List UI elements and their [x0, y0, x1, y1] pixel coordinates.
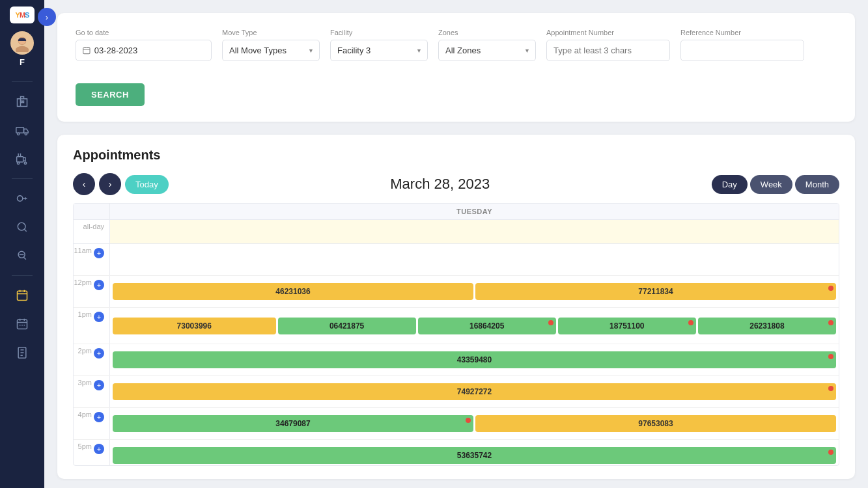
events-cell-2pm: 43359480: [110, 344, 839, 375]
calendar-date: March 28, 2023: [390, 176, 490, 193]
time-row-4pm: 4pm + 34679087 97653083: [74, 408, 839, 440]
search-panel: Go to date 03-28-2023 Move Type All Move…: [57, 13, 855, 122]
event-77211834[interactable]: 77211834: [475, 283, 836, 300]
events-cell-1pm: 73003996 06421875 16864205 18751100 2623…: [110, 308, 839, 344]
svg-point-11: [24, 162, 26, 164]
event-dot-18751100: [688, 320, 693, 325]
avatar[interactable]: [10, 31, 34, 55]
sidebar-item-calendar2[interactable]: [9, 311, 35, 337]
svg-rect-3: [18, 99, 27, 107]
event-dot-26231808: [828, 320, 833, 325]
search-fields: Go to date 03-28-2023 Move Type All Move…: [76, 29, 837, 61]
prev-button[interactable]: ‹: [73, 173, 95, 195]
goto-date-input-wrapper[interactable]: 03-28-2023: [76, 40, 212, 61]
add-event-3pm[interactable]: +: [94, 380, 104, 390]
zones-group: Zones All Zones: [438, 29, 536, 61]
svg-point-8: [25, 133, 27, 135]
appointments-section: Appointments ‹ › Today March 28, 2023 Da…: [57, 135, 855, 479]
svg-point-1: [16, 46, 29, 52]
view-day-button[interactable]: Day: [712, 175, 748, 194]
sidebar-item-key[interactable]: [9, 185, 35, 211]
events-cell-4pm: 34679087 97653083: [110, 408, 839, 439]
svg-rect-15: [18, 291, 27, 300]
facility-select-wrapper: Facility 3: [330, 40, 428, 61]
svg-rect-16: [18, 319, 27, 329]
next-button[interactable]: ›: [99, 173, 121, 195]
event-97653083[interactable]: 97653083: [475, 415, 836, 432]
add-event-1pm[interactable]: +: [94, 312, 104, 322]
events-cell-5pm: 53635742: [110, 440, 839, 465]
event-34679087[interactable]: 34679087: [113, 415, 473, 432]
svg-rect-9: [17, 157, 23, 162]
calendar-input-icon: [83, 46, 91, 55]
search-button[interactable]: SEARCH: [76, 83, 145, 106]
event-06421875[interactable]: 06421875: [278, 318, 416, 334]
event-26231808[interactable]: 26231808: [698, 318, 836, 334]
svg-point-10: [18, 162, 20, 164]
today-button[interactable]: Today: [125, 175, 169, 194]
add-event-5pm[interactable]: +: [94, 444, 104, 454]
time-row-11am: 11am +: [74, 244, 839, 276]
ref-number-input-wrapper[interactable]: [680, 40, 804, 61]
appt-number-field[interactable]: [553, 46, 663, 55]
sidebar-divider-3: [12, 275, 33, 276]
time-label-4pm: 4pm +: [74, 408, 110, 439]
sidebar: YMS F: [0, 0, 44, 488]
event-46231036[interactable]: 46231036: [113, 283, 473, 300]
ref-number-group: Reference Number: [680, 29, 804, 61]
event-18751100[interactable]: 18751100: [558, 318, 696, 334]
svg-point-13: [18, 223, 25, 230]
facility-select[interactable]: Facility 3: [330, 40, 428, 61]
move-type-select-wrapper: All Move Types: [222, 40, 320, 61]
zones-select[interactable]: All Zones: [438, 40, 536, 61]
goto-date-field[interactable]: 03-28-2023: [94, 46, 204, 55]
facility-group: Facility Facility 3: [330, 29, 428, 61]
sidebar-item-truck[interactable]: [9, 117, 35, 143]
time-row-12pm: 12pm + 46231036 77211834: [74, 276, 839, 308]
add-event-2pm[interactable]: +: [94, 348, 104, 359]
sidebar-item-search[interactable]: [9, 214, 35, 240]
svg-rect-4: [21, 101, 22, 103]
time-row-3pm: 3pm + 74927272: [74, 376, 839, 408]
add-event-12pm[interactable]: +: [94, 280, 104, 290]
ref-number-field[interactable]: [688, 46, 797, 55]
add-event-11am[interactable]: +: [94, 248, 104, 258]
sidebar-item-document[interactable]: [9, 340, 35, 366]
svg-point-7: [18, 133, 20, 135]
event-43359480[interactable]: 43359480: [113, 351, 836, 368]
sidebar-item-calendar-active[interactable]: [9, 282, 35, 308]
event-dot-16864205: [548, 320, 553, 325]
event-74927272[interactable]: 74927272: [113, 383, 836, 400]
sidebar-collapse-toggle[interactable]: ›: [38, 8, 56, 26]
calendar-controls: ‹ › Today March 28, 2023 Day Week Month: [73, 173, 839, 195]
event-dot-34679087: [466, 418, 471, 423]
allday-label: all-day: [74, 220, 110, 243]
event-16864205[interactable]: 16864205: [418, 318, 556, 334]
sidebar-item-search2[interactable]: [9, 243, 35, 269]
add-event-4pm[interactable]: +: [94, 412, 104, 422]
view-month-button[interactable]: Month: [795, 175, 839, 194]
events-cell-11am: [110, 244, 839, 275]
event-53635742[interactable]: 53635742: [113, 447, 836, 464]
view-week-button[interactable]: Week: [750, 175, 792, 194]
time-label-3pm: 3pm +: [74, 376, 110, 407]
goto-date-group: Go to date 03-28-2023: [76, 29, 212, 61]
sidebar-item-building[interactable]: [9, 88, 35, 115]
move-type-select[interactable]: All Move Types: [222, 40, 320, 61]
events-cell-12pm: 46231036 77211834: [110, 276, 839, 307]
sidebar-divider-2: [12, 178, 33, 179]
svg-rect-6: [16, 128, 24, 133]
sidebar-item-forklift[interactable]: [9, 146, 35, 172]
time-label-12pm: 12pm +: [74, 276, 110, 307]
event-dot-74927272: [828, 386, 833, 391]
calendar-nav: ‹ › Today: [73, 173, 169, 195]
event-73003996[interactable]: 73003996: [113, 318, 276, 334]
svg-point-12: [18, 196, 23, 201]
calendar-header-empty: [74, 204, 110, 219]
time-label-2pm: 2pm +: [74, 344, 110, 375]
zones-label: Zones: [438, 29, 536, 36]
event-dot-77211834: [828, 286, 833, 291]
time-label-5pm: 5pm +: [74, 440, 110, 465]
appt-number-input-wrapper[interactable]: [546, 40, 670, 61]
user-initial: F: [20, 57, 25, 67]
